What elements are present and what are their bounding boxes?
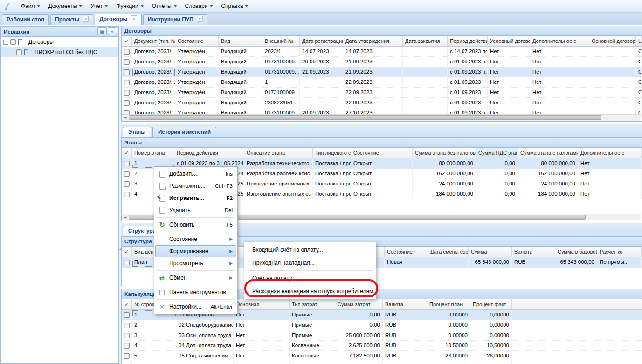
- menu-item[interactable]: Формирование▶: [155, 245, 236, 257]
- menubar-item[interactable]: Функции: [112, 1, 147, 11]
- table-row[interactable]: Договор, 2023/...УтверждёнВходящий2023/1…: [122, 47, 642, 57]
- tree-node[interactable]: −Договоры: [1, 37, 118, 47]
- row-checkbox[interactable]: [124, 333, 130, 338]
- column-header[interactable]: Дата утверждения: [343, 36, 403, 46]
- node-checkbox[interactable]: [16, 49, 22, 55]
- menu-item[interactable]: ⚒Настройки...Alt+Enter: [155, 301, 236, 313]
- collapse-panel-button[interactable]: «: [108, 27, 117, 35]
- tree-expander-icon[interactable]: −: [3, 40, 8, 45]
- column-header[interactable]: Состояние: [175, 36, 219, 46]
- grid-view-button[interactable]: ▦: [97, 27, 107, 35]
- menubar-item[interactable]: Учёт: [86, 1, 112, 11]
- column-header[interactable]: Расчёт ко: [597, 247, 642, 257]
- column-header[interactable]: Процент план: [427, 299, 470, 309]
- column-header[interactable]: Процент факт: [470, 299, 512, 309]
- row-checkbox[interactable]: [124, 192, 130, 197]
- column-header[interactable]: Сумма НДС этапа: [476, 148, 518, 158]
- menubar-item[interactable]: Справка: [217, 1, 252, 11]
- column-header[interactable]: Состояние: [351, 148, 413, 158]
- column-header[interactable]: ✓: [122, 299, 132, 309]
- menu-item[interactable]: ⇄Обмен▶: [155, 272, 236, 284]
- menu-item[interactable]: +Размножить...Ctrl+F3: [155, 180, 236, 192]
- column-header[interactable]: Дата смены состоя: [428, 247, 469, 257]
- column-header[interactable]: Сумма этапа с налогами: [518, 148, 578, 158]
- table-row[interactable]: 303 Осн. оплата трудаНетПрямые25 000 000…: [122, 330, 642, 341]
- submenu-item[interactable]: Приходная накладная...: [245, 256, 375, 269]
- main-tab[interactable]: Договоры×: [95, 14, 141, 25]
- column-header[interactable]: Описание этапа: [244, 148, 313, 158]
- row-checkbox[interactable]: [124, 59, 130, 65]
- column-header[interactable]: Вид: [219, 36, 262, 46]
- menu-item[interactable]: ↻ОбновитьF5: [155, 219, 236, 231]
- menu-item[interactable]: −УдалитьDel: [155, 204, 236, 216]
- main-tab[interactable]: Проекты×: [50, 14, 93, 25]
- column-header[interactable]: Сумма: [469, 247, 512, 257]
- scroll-left-icon[interactable]: ◄: [124, 116, 127, 120]
- row-checkbox[interactable]: [124, 181, 130, 187]
- column-header[interactable]: Сумма затрат: [335, 299, 383, 309]
- scrollbar-thumb[interactable]: [129, 115, 601, 120]
- column-header[interactable]: Документ (тип, №: [132, 36, 175, 46]
- column-header[interactable]: Валюта: [383, 299, 427, 309]
- table-row[interactable]: 505 Соц. отчисленияНетКосвенные7 182 500…: [122, 351, 642, 361]
- table-row[interactable]: Договор, 2023/...УтверждёнВходящий017310…: [122, 67, 642, 77]
- menubar-item[interactable]: Документы: [44, 1, 87, 11]
- menu-item[interactable]: Просмотреть▶: [155, 257, 236, 269]
- column-header[interactable]: Основной договор: [589, 36, 636, 46]
- close-icon[interactable]: ×: [131, 15, 137, 21]
- close-icon[interactable]: ×: [83, 16, 89, 22]
- main-tab[interactable]: Рабочий стол: [2, 14, 49, 25]
- table-row[interactable]: 202 СпецоборудованиеНетПрямые0,00RUB0,00…: [122, 320, 642, 330]
- menubar-item[interactable]: Файл: [17, 1, 44, 11]
- row-checkbox[interactable]: [124, 312, 130, 318]
- row-checkbox[interactable]: [124, 353, 130, 359]
- column-header[interactable]: Основная: [234, 299, 290, 309]
- table-row[interactable]: 404 Доп. оплата трудаНетКосвенные2 625 0…: [122, 341, 642, 351]
- row-checkbox[interactable]: [124, 69, 130, 75]
- column-header[interactable]: Сумма в базовой в: [555, 247, 597, 257]
- column-header[interactable]: Ц: [636, 36, 642, 46]
- menu-item[interactable]: Панель инструментов: [155, 286, 236, 298]
- node-checkbox[interactable]: [10, 39, 16, 45]
- column-header[interactable]: ✓: [122, 247, 132, 257]
- row-checkbox[interactable]: [124, 80, 130, 85]
- tab-history[interactable]: История изменений: [152, 127, 216, 137]
- column-header[interactable]: Период действия..: [448, 36, 488, 46]
- menu-item[interactable]: Состояние▶: [155, 233, 236, 245]
- main-tab[interactable]: Инструкции ПУП×: [143, 14, 207, 25]
- splitter-collapse-icon[interactable]: ◂: [119, 247, 121, 251]
- submenu-item[interactable]: Входящий счёт на оплату...: [245, 243, 375, 256]
- row-checkbox[interactable]: [124, 343, 130, 349]
- table-row[interactable]: Договор, 2023/...УтверждёнВходящий017310…: [122, 57, 642, 67]
- table-row[interactable]: Договор, 2023/...УтверждёнВходящий230823…: [122, 98, 642, 108]
- menu-item[interactable]: ✎Исправить...F2: [155, 192, 236, 204]
- close-icon[interactable]: ×: [197, 16, 203, 22]
- column-header[interactable]: ✓: [122, 36, 132, 46]
- submenu-item[interactable]: Счёт на оплату...: [245, 272, 375, 285]
- tree-node[interactable]: НИОКР по ГОЗ без НДС: [1, 47, 118, 57]
- menu-item[interactable]: Добавить...Ins: [155, 168, 236, 180]
- submenu-item[interactable]: Расходная накладная на отпуск потребител…: [245, 285, 375, 298]
- row-checkbox[interactable]: [124, 100, 130, 106]
- scroll-left-icon[interactable]: ◄: [124, 215, 127, 220]
- row-checkbox[interactable]: [124, 323, 130, 328]
- column-header[interactable]: Внешний №: [262, 36, 300, 46]
- menubar-item[interactable]: Отчёты: [148, 1, 181, 11]
- table-row[interactable]: Договор, 2023/...УтверждёнВходящий017310…: [122, 88, 642, 98]
- column-header[interactable]: Период действия: [174, 148, 244, 158]
- column-header[interactable]: Состояние: [385, 247, 428, 257]
- table-row[interactable]: Договор, 2023/...УтверждёнВходящий122.09…: [122, 77, 642, 88]
- column-header[interactable]: Тип лицевого счёт: [313, 148, 351, 158]
- contracts-hscrollbar[interactable]: ◄: [122, 114, 641, 121]
- column-header[interactable]: Валюта: [512, 247, 555, 257]
- column-header[interactable]: Дата регистрации.: [300, 36, 343, 46]
- row-checkbox[interactable]: [124, 90, 130, 96]
- column-header[interactable]: Тип затрат: [290, 299, 335, 309]
- row-checkbox[interactable]: [124, 49, 130, 55]
- column-header[interactable]: Номер этапа: [132, 148, 174, 158]
- column-header[interactable]: Дополнительное с: [530, 36, 589, 46]
- row-checkbox[interactable]: [124, 260, 130, 265]
- row-checkbox[interactable]: [124, 161, 130, 166]
- column-header[interactable]: ✓: [122, 148, 132, 158]
- menubar-item[interactable]: Словари: [181, 1, 217, 11]
